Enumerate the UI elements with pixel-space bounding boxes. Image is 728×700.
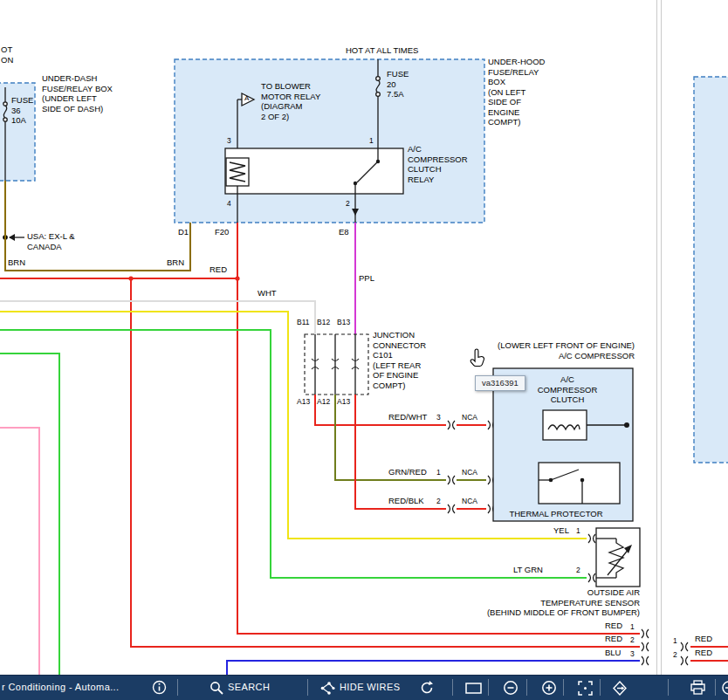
fuse20-label: FUSE 20 7.5A xyxy=(387,69,409,100)
comp-pin2-label: 2 xyxy=(436,497,441,505)
toolbar-separator xyxy=(715,679,716,696)
wire-blu[interactable] xyxy=(227,661,640,675)
junction-connector-c101[interactable] xyxy=(305,334,368,395)
to-blower-label: TO BLOWER MOTOR RELAY (DIAGRAM 2 OF 2) xyxy=(261,81,320,121)
toolbar-separator xyxy=(307,679,308,696)
wire-ppl-label: PPL xyxy=(359,273,374,284)
wiring-diagram-canvas-page2[interactable]: 1 RED 2 RED xyxy=(662,0,728,675)
wire-red-wht-label: RED/WHT xyxy=(388,412,427,422)
bottom-row3-wire-label: BLU xyxy=(605,648,621,658)
print-icon[interactable] xyxy=(690,680,706,696)
toolbar-separator xyxy=(177,679,178,696)
sensor-pin1-label: 1 xyxy=(576,526,580,535)
wiring-diagram-canvas[interactable]: OT ON UNDER-DASH FUSE/RELAY BOX (UNDER L… xyxy=(0,0,656,675)
zoom-out-icon[interactable] xyxy=(503,680,519,696)
compressor-location-label: (LOWER LEFT FRONT OF ENGINE) xyxy=(471,340,635,351)
relay-pin1-label: 1 xyxy=(369,136,374,145)
hot-partial-label: OT ON xyxy=(1,45,13,65)
relay-pin3-label: 3 xyxy=(227,136,231,145)
comp-pin3-label: 3 xyxy=(436,413,441,422)
hide-wires-icon[interactable] xyxy=(319,681,335,696)
nca-label-1: NCA xyxy=(462,413,477,422)
junction-pin-b12: B12 xyxy=(317,318,330,326)
junction-pin-a13a: A13 xyxy=(297,397,310,406)
wire-grn-2[interactable] xyxy=(0,353,59,675)
relay-label: A/C COMPRESSOR CLUTCH RELAY xyxy=(408,144,468,184)
wire-yel-label: YEL xyxy=(553,525,569,536)
relay-pin4-label: 4 xyxy=(227,199,231,208)
junction-label: JUNCTION CONNECTOR C101 (LEFT REAR OF EN… xyxy=(373,330,426,390)
clutch-label: A/C COMPRESSOR CLUTCH xyxy=(529,374,606,405)
wire-lt-grn-label: LT GRN xyxy=(513,565,543,575)
connector-d1-label: D1 xyxy=(178,227,189,237)
toolbar-separator xyxy=(526,679,527,696)
fit-screen-icon[interactable] xyxy=(578,681,593,696)
fuse36-label: FUSE 36 10A xyxy=(11,95,33,126)
page2-inline-connectors xyxy=(681,642,688,665)
search-icon[interactable] xyxy=(209,681,224,696)
page2-row2-pin: 2 xyxy=(673,650,677,659)
diagram-title: r Conditioning - Automa... xyxy=(2,682,120,692)
fuse36-terminal xyxy=(3,102,7,106)
compressor-name-label: A/C COMPRESSOR xyxy=(471,351,635,361)
relay-pin2-label: 2 xyxy=(346,199,350,208)
connector-f20-label: F20 xyxy=(215,227,229,237)
page2-row1-wire-label: RED xyxy=(695,634,712,644)
bottom-row1-wire-label: RED xyxy=(605,621,622,631)
comp-pin1-label: 1 xyxy=(436,468,441,477)
wire-wht-label: WHT xyxy=(258,288,277,299)
hide-wires-button[interactable]: HIDE WIRES xyxy=(340,682,400,692)
toolbar-separator xyxy=(452,679,453,696)
wire-brn-label-2: BRN xyxy=(167,257,184,268)
refresh-icon[interactable] xyxy=(419,680,435,696)
wire-red-label: RED xyxy=(209,264,227,275)
junction-pin-a13b: A13 xyxy=(337,397,350,406)
sensor-pin2-label: 2 xyxy=(576,566,580,574)
usa-note-label: USA: EX-L & CANADA xyxy=(27,231,75,251)
connector-e8-label: E8 xyxy=(339,227,349,237)
zoom-in-icon[interactable] xyxy=(541,680,557,696)
toolbar-separator xyxy=(600,679,601,696)
nca-label-3: NCA xyxy=(462,497,477,505)
clutch-coil xyxy=(543,410,587,440)
under-hood-box-label: UNDER-HOOD FUSE/RELAY BOX (ON LEFT SIDE … xyxy=(488,57,545,127)
sensor-label: OUTSIDE AIR TEMPERATURE SENSOR (BEHIND M… xyxy=(465,587,640,618)
hot-at-all-times-label: HOT AT ALL TIMES xyxy=(346,45,418,56)
outside-air-temp-sensor[interactable] xyxy=(596,528,640,587)
pan-icon[interactable] xyxy=(613,681,628,696)
under-hood-fuse-relay-box[interactable] xyxy=(175,59,484,223)
wire-brn-label-1: BRN xyxy=(8,257,25,268)
page2-row2-wire-label: RED xyxy=(695,648,712,658)
wire-red-blk-label: RED/BLK xyxy=(388,496,424,506)
triangle-a-label: A xyxy=(244,94,249,103)
junction-pin-b13: B13 xyxy=(337,318,350,326)
wire-pnk[interactable] xyxy=(0,428,39,675)
region-zoom-icon[interactable] xyxy=(465,683,483,695)
junction-pin-b11: B11 xyxy=(297,318,310,326)
toolbar-separator xyxy=(563,679,564,696)
thermal-protector-label: THERMAL PROTECTOR xyxy=(491,509,621,519)
wire-brn[interactable] xyxy=(5,181,190,271)
wire-grn-red-label: GRN/RED xyxy=(388,467,427,477)
diagram-viewer-window: OT ON UNDER-DASH FUSE/RELAY BOX (UNDER L… xyxy=(0,0,728,700)
search-button[interactable]: SEARCH xyxy=(228,682,270,692)
nca-label-2: NCA xyxy=(462,468,477,477)
hover-tooltip: va316391 xyxy=(475,375,525,391)
under-dash-box-label: UNDER-DASH FUSE/RELAY BOX (UNDER LEFT SI… xyxy=(42,73,113,113)
bottom-row2-wire-label: RED xyxy=(605,634,622,644)
toolbar-separator xyxy=(488,679,489,696)
hand-cursor-icon xyxy=(470,347,489,370)
partial-clipped-icon[interactable] xyxy=(721,680,728,696)
bottom-row1-pin: 1 xyxy=(630,622,635,631)
thermal-protector-box xyxy=(539,463,620,504)
junction-pin-a12: A12 xyxy=(317,397,330,406)
clutch-ground-dot xyxy=(624,422,629,428)
page2-svg[interactable] xyxy=(662,0,728,675)
bottom-row3-pin: 3 xyxy=(630,649,635,658)
page2-fuse-box[interactable] xyxy=(694,77,728,463)
toolbar-separator xyxy=(668,679,669,696)
bottom-row2-pin: 2 xyxy=(630,635,635,644)
info-icon[interactable] xyxy=(152,680,167,695)
page2-row1-pin: 1 xyxy=(673,636,677,645)
